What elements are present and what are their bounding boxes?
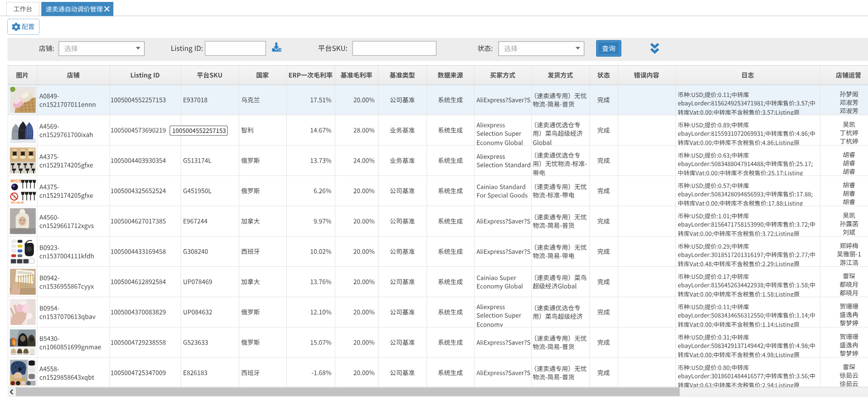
- svg-text:8PCS: 8PCS: [11, 179, 22, 183]
- svg-text:1PC+$2.95: 1PC+$2.95: [11, 201, 24, 204]
